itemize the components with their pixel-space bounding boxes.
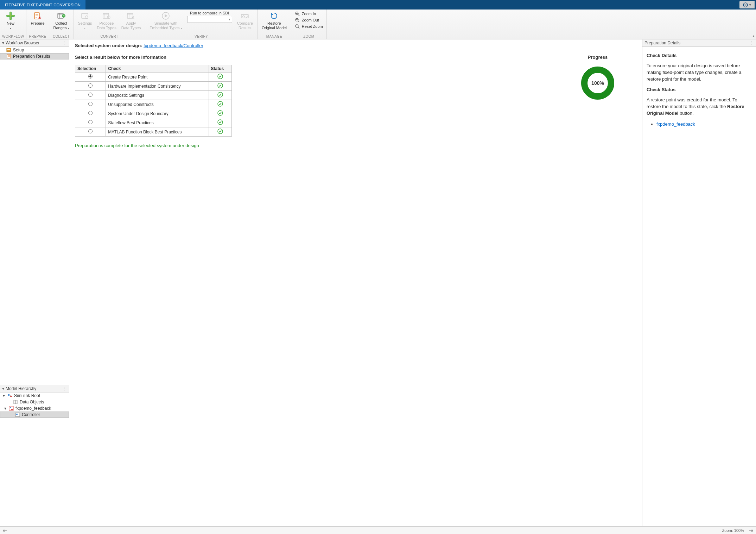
row-radio[interactable] — [88, 102, 93, 106]
row-radio[interactable] — [88, 74, 93, 78]
simulate-icon — [161, 11, 171, 21]
compare-button: CompareResults — [235, 10, 255, 31]
selected-system-link[interactable]: fxpdemo_feedback/Controller — [144, 43, 203, 48]
ribbon-collapse-button[interactable]: ▴ — [752, 33, 755, 38]
ribbon-group-collect: CollectRanges ▾ COLLECT — [49, 10, 74, 39]
preparation-details-header: Preparation Details ⋮ — [642, 39, 756, 47]
table-row[interactable]: Stateflow Best Practices — [75, 118, 232, 127]
results-table: Selection Check Status Create Restore Po… — [75, 65, 232, 137]
check-status-heading: Check Status — [647, 87, 752, 93]
statusbar: ⇤ Zoom: 100% ⇥ — [0, 526, 756, 534]
panel-menu-button[interactable]: ⋮ — [61, 40, 67, 45]
collect-ranges-button[interactable]: CollectRanges ▾ — [51, 10, 71, 31]
table-row[interactable]: Hardware Implementation Consistency — [75, 82, 232, 91]
panel-menu-button[interactable]: ⋮ — [61, 386, 67, 391]
table-row[interactable]: System Under Design Boundary — [75, 109, 232, 118]
select-result-heading: Select a result below for more informati… — [75, 55, 232, 60]
ribbon: New▾ WORKFLOW Prepare PREPARE — [0, 10, 756, 39]
col-status: Status — [209, 65, 231, 73]
row-radio[interactable] — [88, 120, 93, 124]
reset-zoom-label: Reset Zoom — [302, 24, 323, 29]
chevron-down-icon: ▾ — [68, 27, 69, 30]
row-check-label: System Under Design Boundary — [106, 109, 209, 118]
hierarchy-label: Simulink Root — [14, 393, 40, 398]
scroll-end-icon[interactable]: ⇥ — [748, 528, 754, 533]
col-check: Check — [106, 65, 209, 73]
progress-donut: 100% — [580, 65, 615, 101]
svg-rect-25 — [16, 414, 18, 415]
workflow-item-preparation-results[interactable]: Preparation Results — [0, 53, 69, 59]
row-radio[interactable] — [88, 93, 93, 97]
compare-label: CompareResults — [237, 21, 253, 30]
reset-zoom-icon — [295, 24, 300, 29]
workflow-browser-header: ▾ Workflow Browser ⋮ — [0, 39, 69, 47]
expander-icon[interactable]: ▾ — [4, 406, 7, 411]
compare-icon — [240, 11, 250, 21]
zoom-level: Zoom: 100% — [722, 528, 744, 533]
table-row[interactable]: MATLAB Function Block Best Practices — [75, 127, 232, 137]
table-row[interactable]: Diagnostic Settings — [75, 91, 232, 100]
workflow-item-setup[interactable]: Setup — [0, 47, 69, 53]
hierarchy-data-objects[interactable]: Data Objects — [0, 399, 69, 405]
preparation-details-title: Preparation Details — [644, 40, 748, 45]
results-icon — [6, 54, 11, 59]
hierarchy-controller[interactable]: Controller — [0, 412, 69, 418]
row-radio[interactable] — [88, 111, 93, 115]
propose-icon — [102, 11, 112, 21]
reset-zoom-button[interactable]: Reset Zoom — [293, 24, 324, 29]
expander-icon[interactable]: ▾ — [2, 393, 6, 398]
workflow-browser-tree: Setup Preparation Results — [0, 47, 69, 59]
model-hierarchy-header: ▾ Model Hierarchy ⋮ — [0, 385, 69, 392]
simulate-button: Simulate withEmbedded Types ▾ — [147, 10, 184, 31]
zoom-out-button[interactable]: Zoom Out — [293, 17, 324, 23]
workflow-browser-title: Workflow Browser — [6, 40, 61, 45]
row-check-label: Create Restore Point — [106, 73, 209, 82]
workflow-item-label: Preparation Results — [13, 54, 50, 59]
model-hierarchy-title: Model Hierarchy — [6, 386, 61, 391]
table-row[interactable]: Create Restore Point — [75, 73, 232, 82]
chevron-down-icon: ▾ — [229, 18, 230, 21]
check-details-heading: Check Details — [647, 52, 752, 59]
group-label-manage: MANAGE — [260, 34, 289, 39]
hierarchy-model[interactable]: ▾ fxpdemo_feedback — [0, 405, 69, 412]
restore-label: RestoreOriginal Model — [262, 21, 287, 30]
run-compare-label: Run to compare in SDI — [190, 11, 229, 15]
help-button[interactable]: ? ▾ — [739, 1, 755, 8]
zoom-in-label: Zoom In — [302, 12, 316, 16]
group-label-zoom: ZOOM — [293, 34, 324, 39]
model-link[interactable]: fxpdemo_feedback — [656, 121, 695, 127]
apply-button: ApplyData Types — [119, 10, 143, 31]
check-details-text: To ensure your original design is saved … — [647, 63, 752, 83]
run-compare-combo[interactable]: ▾ — [187, 16, 232, 23]
group-label-verify: VERIFY — [147, 34, 255, 39]
table-row[interactable]: Unsupported Constructs — [75, 100, 232, 109]
restore-button[interactable]: RestoreOriginal Model — [260, 10, 289, 31]
svg-point-14 — [296, 25, 298, 27]
row-check-label: Hardware Implementation Consistency — [106, 82, 209, 91]
prepare-label: Prepare — [31, 21, 44, 26]
group-label-prepare: PREPARE — [28, 34, 46, 39]
collapse-icon[interactable]: ▾ — [2, 40, 4, 45]
scroll-start-icon[interactable]: ⇤ — [2, 528, 8, 533]
status-ok-icon — [217, 110, 223, 116]
center-panel: Selected system under design: fxpdemo_fe… — [69, 39, 642, 526]
row-radio[interactable] — [88, 83, 93, 88]
collect-label: CollectRanges — [53, 21, 67, 30]
left-column: ▾ Workflow Browser ⋮ Setup Preparation R… — [0, 39, 69, 526]
group-label-collect: COLLECT — [51, 34, 71, 39]
model-hierarchy-tree: ▾ Simulink Root Data Objects ▾ fxpdemo_f… — [0, 392, 69, 526]
row-radio[interactable] — [88, 129, 93, 133]
status-ok-icon — [217, 119, 223, 125]
panel-menu-button[interactable]: ⋮ — [748, 40, 754, 45]
collapse-icon[interactable]: ▾ — [2, 386, 4, 391]
group-label-workflow: WORKFLOW — [2, 34, 24, 39]
row-check-label: Diagnostic Settings — [106, 91, 209, 100]
svg-rect-18 — [8, 394, 9, 396]
hierarchy-root[interactable]: ▾ Simulink Root — [0, 392, 69, 399]
svg-rect-16 — [7, 49, 10, 50]
check-status-text: A restore point was created for the mode… — [647, 97, 752, 117]
prepare-button[interactable]: Prepare — [28, 10, 46, 26]
new-button[interactable]: New▾ — [2, 10, 19, 31]
titlebar-tab[interactable]: ITERATIVE FIXED-POINT CONVERSION — [0, 0, 85, 10]
zoom-in-button[interactable]: Zoom In — [293, 11, 324, 17]
